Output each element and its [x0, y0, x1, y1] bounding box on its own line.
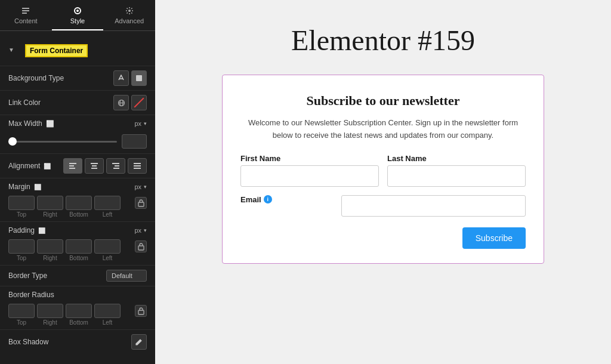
br-top-label: Top: [8, 319, 35, 326]
border-radius-link-btn[interactable]: [135, 305, 147, 317]
tab-style[interactable]: Style: [52, 0, 104, 30]
align-justify-btn[interactable]: [128, 158, 147, 174]
margin-top-input[interactable]: [8, 196, 35, 210]
newsletter-desc: Welcome to our Newsletter Subscription C…: [240, 117, 526, 142]
margin-bottom-label: Bottom: [66, 211, 92, 218]
padding-left-input[interactable]: [94, 239, 121, 254]
svg-point-4: [76, 10, 79, 12]
link-color-label: Link Color: [8, 98, 41, 107]
border-radius-top-input[interactable]: [8, 304, 35, 318]
tab-content[interactable]: Content: [0, 0, 52, 30]
email-info-icon[interactable]: i: [264, 195, 272, 203]
margin-bottom-input[interactable]: [66, 196, 92, 210]
max-width-monitor-icon: ⬜: [46, 120, 54, 128]
padding-header: Padding ⬜ px ▾: [0, 221, 155, 237]
svg-rect-15: [92, 165, 97, 166]
border-radius-bottom-input[interactable]: [66, 304, 92, 318]
border-radius-right-input[interactable]: [37, 304, 63, 318]
newsletter-form: First Name Last Name Email i: [240, 154, 526, 249]
svg-rect-13: [69, 168, 75, 169]
padding-monitor-icon: ⬜: [38, 227, 45, 234]
link-color-slash-btn[interactable]: [131, 95, 147, 110]
margin-link-btn[interactable]: [135, 197, 147, 209]
svg-rect-11: [69, 163, 76, 164]
svg-rect-16: [91, 168, 97, 169]
margin-top-label: Top: [8, 211, 35, 218]
tab-content-label: Content: [14, 17, 38, 24]
bg-type-solid-btn[interactable]: [131, 70, 147, 86]
border-radius-trbl-labels: Top Right Bottom Left: [0, 319, 155, 329]
padding-label: Padding: [8, 226, 35, 235]
subscribe-row: Subscribe: [240, 225, 526, 249]
max-width-unit-selector[interactable]: px ▾: [134, 120, 147, 127]
svg-rect-19: [113, 168, 119, 169]
margin-inputs-row: [0, 193, 155, 211]
br-bottom-label: Bottom: [66, 319, 92, 326]
alignment-row: Alignment ⬜: [0, 153, 155, 178]
last-name-input[interactable]: [387, 165, 526, 187]
form-container-label[interactable]: Form Container: [25, 44, 88, 57]
box-shadow-row: Box Shadow: [0, 329, 155, 354]
margin-right-label: Right: [37, 211, 63, 218]
border-type-select[interactable]: Default None Solid Dashed Dotted Double: [106, 270, 147, 282]
tab-advanced[interactable]: Advanced: [103, 0, 155, 30]
padding-link-btn[interactable]: [135, 240, 147, 252]
border-type-row: Border Type Default None Solid Dashed Do…: [0, 265, 155, 286]
right-content: Elementor #159 Subscribe to our newslett…: [155, 0, 611, 364]
margin-unit-label: px: [134, 183, 141, 190]
newsletter-card: Subscribe to our newsletter Welcome to o…: [222, 75, 544, 264]
svg-rect-7: [136, 75, 142, 81]
box-shadow-edit-btn[interactable]: [131, 334, 147, 350]
max-width-unit-chevron: ▾: [144, 121, 147, 127]
email-label: Email i: [240, 195, 333, 204]
link-color-globe-btn[interactable]: [113, 95, 129, 110]
max-width-input[interactable]: [122, 134, 147, 149]
email-input-group: [341, 195, 526, 217]
border-type-select-wrap: Default None Solid Dashed Dotted Double: [106, 270, 147, 282]
padding-inputs-row: [0, 237, 155, 255]
align-right-btn[interactable]: [106, 158, 125, 174]
first-name-label: First Name: [240, 154, 379, 163]
align-center-btn[interactable]: [85, 158, 104, 174]
alignment-label: Alignment: [8, 162, 40, 170]
br-right-label: Right: [37, 319, 63, 326]
margin-right-input[interactable]: [37, 196, 63, 210]
padding-right-input[interactable]: [37, 239, 63, 254]
padding-top-input[interactable]: [8, 239, 35, 254]
svg-rect-22: [134, 168, 141, 169]
border-radius-left-input[interactable]: [94, 304, 121, 318]
email-input[interactable]: [341, 195, 526, 217]
email-group: Email i: [240, 195, 333, 217]
svg-rect-0: [22, 8, 29, 9]
top-tabs: Content Style Advanced: [0, 0, 155, 31]
margin-unit-chevron: ▾: [144, 184, 147, 190]
subscribe-button[interactable]: Subscribe: [462, 227, 526, 249]
margin-left-input[interactable]: [94, 196, 121, 210]
svg-rect-21: [134, 165, 141, 166]
padding-unit-selector[interactable]: px ▾: [134, 227, 147, 234]
max-width-slider[interactable]: [8, 141, 117, 143]
bg-type-paint-btn[interactable]: [113, 70, 129, 86]
padding-bottom-input[interactable]: [66, 239, 92, 254]
max-width-row: Max Width ⬜ px ▾: [0, 115, 155, 132]
margin-label-group: Margin ⬜: [8, 183, 41, 191]
margin-monitor-icon: ⬜: [34, 184, 41, 190]
svg-rect-12: [69, 165, 74, 166]
border-type-label: Border Type: [8, 272, 47, 280]
first-name-input[interactable]: [240, 165, 379, 187]
last-name-group: Last Name: [387, 154, 526, 187]
name-row: First Name Last Name: [240, 154, 526, 187]
background-type-controls: [113, 70, 147, 86]
link-color-row: Link Color: [0, 90, 155, 115]
margin-label: Margin: [8, 183, 30, 191]
tab-advanced-label: Advanced: [115, 17, 144, 24]
email-row: Email i: [240, 195, 526, 217]
border-radius-label: Border Radius: [8, 291, 54, 299]
padding-trbl-labels: Top Right Bottom Left: [0, 255, 155, 265]
svg-rect-17: [112, 163, 119, 164]
svg-rect-25: [138, 310, 144, 314]
border-radius-header: Border Radius: [0, 286, 155, 301]
margin-unit-selector[interactable]: px ▾: [134, 183, 147, 190]
padding-top-label: Top: [8, 255, 35, 261]
align-left-btn[interactable]: [63, 158, 82, 174]
